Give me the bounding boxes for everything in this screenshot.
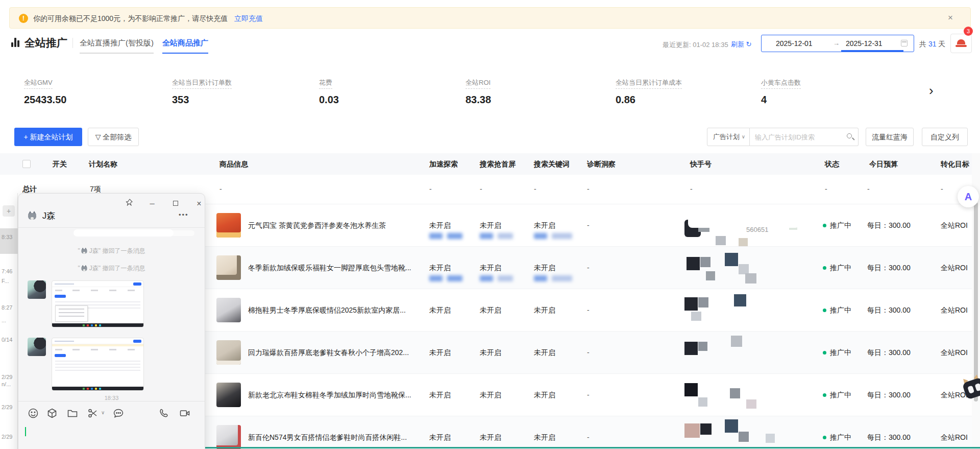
chat-history-icon[interactable]	[113, 408, 124, 419]
minimize-icon[interactable]: ─	[146, 199, 158, 209]
siren-icon	[957, 39, 965, 44]
banner-close-icon[interactable]: ×	[948, 13, 953, 23]
alarm-button[interactable]	[950, 34, 972, 53]
product-name[interactable]: 棉拖鞋男士冬季厚底保暖情侣2025新款室内家居...	[248, 306, 416, 315]
product-image	[216, 383, 241, 407]
redacted-message-pill	[164, 230, 194, 236]
screenshot-thumbnail[interactable]	[52, 338, 144, 391]
select-all-checkbox[interactable]	[22, 160, 31, 168]
blurred-link[interactable]	[429, 232, 467, 239]
status-dot	[823, 266, 826, 270]
chat-list-time[interactable]: 8:27	[2, 304, 12, 311]
cube-icon[interactable]	[46, 408, 58, 419]
folder-icon[interactable]	[67, 408, 78, 419]
daily-budget: 每日：300.00	[867, 264, 911, 273]
keyword-status: 未开启	[534, 348, 555, 358]
chat-list-time[interactable]: 2/29	[2, 404, 12, 410]
chat-list-time[interactable]: 8:33	[2, 234, 12, 240]
mini-dialog	[55, 305, 88, 322]
refresh-button[interactable]: 刷新 ↻	[731, 40, 752, 49]
date-end[interactable]: 2025-12-31	[846, 39, 883, 48]
maximize-icon[interactable]	[170, 199, 181, 209]
col-accel: 加速探索	[429, 160, 458, 169]
wolf-emoji-icon	[81, 248, 88, 254]
page: ! 你的可用余额已不足1000元，为不影响正常推广，请尽快充值 立即充值 × 全…	[0, 0, 980, 449]
daily-budget: 每日：300.00	[867, 391, 911, 400]
divider	[72, 38, 73, 48]
chat-list-preview[interactable]: F...	[2, 278, 9, 284]
calendar-icon[interactable]	[901, 40, 908, 46]
date-range-picker[interactable]: 2025-12-01 → 2025-12-31	[761, 35, 914, 52]
status-dot	[823, 351, 826, 355]
conversion-target: 全站ROI	[941, 433, 968, 442]
search-icon[interactable]	[847, 133, 852, 138]
keyword-status: 未开启	[534, 391, 555, 400]
mini-taskbar	[52, 387, 143, 390]
chat-list-time[interactable]: 7:46	[2, 268, 12, 274]
chat-list-preview[interactable]: ...	[2, 317, 6, 323]
status-dot	[823, 393, 826, 397]
chat-list-time[interactable]: 2/29	[2, 434, 12, 440]
product-name[interactable]: 元气四宝 茶黄芪党参西洋参麦冬泡水养生茶	[248, 221, 416, 230]
product-image	[216, 213, 241, 238]
more-icon[interactable]: •••	[179, 211, 189, 219]
chevron-down-icon[interactable]: ∨	[101, 410, 107, 421]
tab-product-promotion[interactable]: 全站商品推广	[162, 38, 208, 54]
chat-list-time[interactable]: 0/14	[2, 337, 12, 343]
tab-live-promotion[interactable]: 全站直播推广(智投版)	[80, 38, 154, 54]
blurred-link[interactable]	[480, 275, 518, 281]
plan-type-select[interactable]: 广告计划 ∨	[707, 128, 750, 146]
col-screen: 搜索抢首屏	[480, 160, 516, 169]
conversion-target: 全站ROI	[941, 306, 968, 315]
product-name[interactable]: 新百伦N574男女百搭情侣老爹鞋时尚百搭休闲鞋...	[248, 433, 416, 442]
stats-next-arrow[interactable]: ›	[929, 83, 934, 99]
traffic-button[interactable]: 流量红蓝海	[866, 128, 914, 146]
custom-columns-button[interactable]: 自定义列	[922, 128, 968, 146]
keyword-status: 未开启	[534, 221, 555, 230]
active-date-underline	[841, 50, 903, 52]
screen-status: 未开启	[480, 391, 501, 400]
assistant-bubble[interactable]: A	[958, 186, 979, 207]
avatar[interactable]	[28, 280, 46, 299]
add-chat-button[interactable]: +	[3, 205, 15, 217]
status-badge: 推广中	[823, 264, 851, 273]
screen-status: 未开启	[480, 264, 501, 273]
screen-status: 未开启	[480, 433, 501, 442]
daily-budget: 每日：300.00	[867, 306, 911, 315]
emoji-icon[interactable]	[28, 408, 39, 419]
video-call-icon[interactable]	[179, 408, 190, 419]
col-switch: 开关	[53, 160, 67, 169]
screenshot-thumbnail[interactable]	[52, 280, 144, 327]
status-badge: 推广中	[823, 391, 851, 400]
chat-list-sliver: + 8:33 7:46 F... 8:27 ... 0/14 2/29 n/..…	[0, 193, 18, 449]
filter-button[interactable]: ▽ 全部筛选	[88, 128, 139, 146]
search-input[interactable]	[755, 129, 839, 145]
chat-list-preview[interactable]: n/...	[2, 381, 11, 387]
product-name[interactable]: 回力瑞爆款百搭厚底老爹鞋女春秋小个子增高202...	[248, 348, 416, 358]
status-badge: 推广中	[823, 221, 851, 230]
blurred-link[interactable]	[480, 232, 518, 239]
date-start[interactable]: 2025-12-01	[776, 39, 813, 48]
blurred-link[interactable]	[534, 275, 577, 281]
divider	[18, 227, 205, 228]
blurred-link[interactable]	[534, 232, 577, 239]
product-name[interactable]: 冬季新款加绒保暖乐福鞋女一脚蹬厚底包头雪地靴...	[248, 264, 416, 273]
pin-icon[interactable]	[124, 199, 135, 209]
close-icon[interactable]: ×	[193, 199, 205, 209]
scissors-icon[interactable]	[87, 408, 99, 419]
keyword-status: 未开启	[534, 433, 555, 442]
chat-list-time[interactable]: 2/29	[2, 374, 12, 380]
recharge-link[interactable]: 立即充值	[234, 14, 263, 23]
avatar[interactable]	[28, 338, 46, 356]
diagnosis-value: -	[587, 264, 590, 272]
product-image	[216, 255, 241, 280]
message-input[interactable]	[22, 423, 201, 449]
blurred-link[interactable]	[429, 275, 467, 281]
voice-call-icon[interactable]	[159, 408, 170, 419]
new-plan-button[interactable]: + 新建全站计划	[14, 128, 82, 146]
wolf-emoji-icon	[27, 211, 37, 220]
product-image	[216, 425, 241, 449]
scrollbar-thumb[interactable]	[974, 202, 978, 401]
product-name[interactable]: 新款老北京布鞋女棉鞋冬季加绒加厚时尚雪地靴保...	[248, 391, 416, 400]
message-timestamp: 18:33	[18, 395, 205, 401]
